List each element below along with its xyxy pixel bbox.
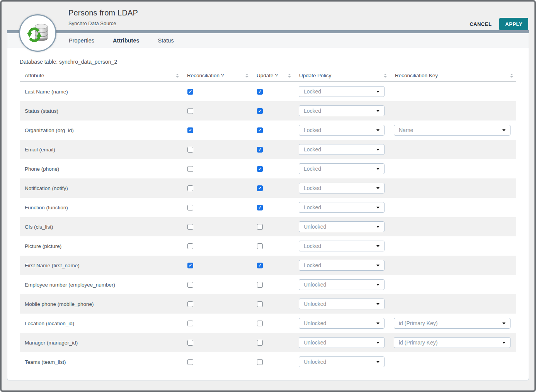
reconciliation-key-select[interactable]: id (Primary Key) xyxy=(394,337,510,348)
sort-icon[interactable] xyxy=(176,74,179,78)
sort-icon[interactable] xyxy=(384,74,387,78)
sort-icon[interactable] xyxy=(288,74,291,78)
attribute-label: Phone (phone) xyxy=(20,166,182,172)
update-cell xyxy=(252,243,294,249)
reconciliation-checkbox[interactable]: ✓ xyxy=(187,127,193,133)
update-checkbox[interactable]: ✓ xyxy=(257,108,263,114)
attribute-label: First Name (first_name) xyxy=(20,263,182,268)
update-policy-select[interactable]: Unlocked xyxy=(299,356,385,367)
update-checkbox[interactable]: ✓ xyxy=(257,185,263,191)
table-row: CIs (cis_list)Unlocked xyxy=(20,217,516,236)
attribute-label: Notification (notify) xyxy=(20,185,182,191)
reconciliation-checkbox[interactable] xyxy=(187,301,193,307)
update-policy-select-value: Locked xyxy=(304,262,321,268)
update-checkbox[interactable]: ✓ xyxy=(257,205,263,210)
page-title: Persons from LDAP xyxy=(68,8,138,17)
update-policy-select[interactable]: Locked xyxy=(299,202,385,213)
update-policy-select[interactable]: Locked xyxy=(299,183,385,193)
sort-icon[interactable] xyxy=(245,74,248,78)
update-cell: ✓ xyxy=(252,127,294,133)
update-checkbox[interactable] xyxy=(257,224,263,230)
reconciliation-cell xyxy=(182,359,252,365)
sort-icon[interactable] xyxy=(510,74,513,78)
reconciliation-key-select[interactable]: Name xyxy=(394,125,510,136)
reconciliation-checkbox[interactable] xyxy=(187,185,193,191)
update-policy-cell: Locked xyxy=(294,241,390,251)
update-checkbox[interactable] xyxy=(257,282,263,288)
reconciliation-checkbox[interactable] xyxy=(187,147,193,153)
reconciliation-key-select[interactable]: id (Primary Key) xyxy=(394,318,510,329)
update-cell xyxy=(252,340,294,346)
update-policy-cell: Unlocked xyxy=(294,337,390,348)
tab-properties[interactable]: Properties xyxy=(69,37,94,44)
table-row: Picture (picture)Locked xyxy=(20,236,516,256)
tab-attributes[interactable]: Attributes xyxy=(113,37,139,44)
update-policy-select[interactable]: Locked xyxy=(299,125,385,136)
update-checkbox[interactable]: ✓ xyxy=(257,147,263,153)
update-policy-select[interactable]: Unlocked xyxy=(299,337,385,348)
update-policy-select-value: Locked xyxy=(304,88,321,95)
attribute-label: Organization (org_id) xyxy=(20,127,182,133)
update-checkbox[interactable]: ✓ xyxy=(257,166,263,172)
table-row: Phone (phone)✓Locked xyxy=(20,159,516,178)
update-checkbox[interactable]: ✓ xyxy=(257,127,263,133)
cancel-button[interactable]: CANCEL xyxy=(470,21,492,27)
reconciliation-cell xyxy=(182,166,252,172)
update-checkbox[interactable]: ✓ xyxy=(257,89,263,95)
update-checkbox[interactable] xyxy=(257,243,263,249)
update-policy-select[interactable]: Unlocked xyxy=(299,279,385,290)
update-cell xyxy=(252,301,294,307)
update-cell: ✓ xyxy=(252,166,294,172)
table-row: First Name (first_name)✓✓Locked xyxy=(20,256,516,275)
column-header-update-policy: Update Policy xyxy=(294,73,390,78)
dropdown-caret-icon xyxy=(376,303,379,305)
database-icon xyxy=(35,24,47,41)
update-policy-select[interactable]: Unlocked xyxy=(299,221,385,232)
update-policy-cell: Locked xyxy=(294,105,390,116)
update-checkbox[interactable] xyxy=(257,340,263,346)
update-checkbox[interactable] xyxy=(257,301,263,307)
dropdown-caret-icon xyxy=(376,265,379,266)
reconciliation-checkbox[interactable] xyxy=(187,224,193,230)
update-policy-select[interactable]: Locked xyxy=(299,241,385,251)
dropdown-caret-icon xyxy=(376,226,379,228)
update-policy-cell: Unlocked xyxy=(294,279,390,290)
update-checkbox[interactable] xyxy=(257,321,263,326)
tab-content: Database table: synchro_data_person_2 At… xyxy=(7,59,529,372)
update-policy-select[interactable]: Locked xyxy=(299,105,385,116)
reconciliation-checkbox[interactable] xyxy=(187,321,193,326)
table-row: Employee number (employee_number)Unlocke… xyxy=(20,275,516,294)
update-checkbox[interactable]: ✓ xyxy=(257,263,263,268)
update-policy-select-value: Locked xyxy=(304,127,321,133)
tab-status[interactable]: Status xyxy=(158,37,174,44)
column-header-label: Update ? xyxy=(257,73,278,78)
update-policy-select-value: Unlocked xyxy=(304,320,326,326)
update-policy-select[interactable]: Locked xyxy=(299,260,385,271)
attribute-label: Function (function) xyxy=(20,205,182,210)
reconciliation-cell xyxy=(182,205,252,210)
column-header-attribute: Attribute xyxy=(20,73,182,78)
reconciliation-checkbox[interactable]: ✓ xyxy=(187,263,193,268)
update-policy-select[interactable]: Unlocked xyxy=(299,299,385,309)
update-policy-select[interactable]: Locked xyxy=(299,144,385,155)
attribute-label: Location (location_id) xyxy=(20,321,182,326)
reconciliation-checkbox[interactable]: ✓ xyxy=(187,89,193,95)
header-actions: CANCEL APPLY xyxy=(470,18,528,31)
update-policy-select[interactable]: Locked xyxy=(299,86,385,97)
update-policy-select[interactable]: Locked xyxy=(299,163,385,174)
reconciliation-checkbox[interactable] xyxy=(187,205,193,210)
apply-button[interactable]: APPLY xyxy=(499,18,528,31)
reconciliation-checkbox[interactable] xyxy=(187,108,193,114)
reconciliation-checkbox[interactable] xyxy=(187,166,193,172)
update-policy-select[interactable]: Unlocked xyxy=(299,318,385,329)
reconciliation-checkbox[interactable] xyxy=(187,243,193,249)
update-policy-cell: Locked xyxy=(294,125,390,136)
reconciliation-cell xyxy=(182,185,252,191)
reconciliation-checkbox[interactable] xyxy=(187,340,193,346)
update-checkbox[interactable] xyxy=(257,359,263,365)
reconciliation-checkbox[interactable] xyxy=(187,282,193,288)
dropdown-caret-icon xyxy=(376,342,379,344)
reconciliation-checkbox[interactable] xyxy=(187,359,193,365)
update-policy-select-value: Locked xyxy=(304,204,321,210)
panel-top-bar xyxy=(7,30,529,33)
